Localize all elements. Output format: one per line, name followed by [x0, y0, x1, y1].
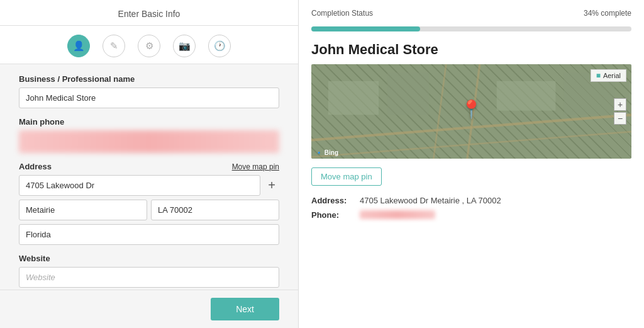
main-phone-label: Main phone: [19, 117, 279, 127]
completion-row: Completion Status 34% complete: [311, 9, 631, 18]
svg-rect-6: [497, 81, 556, 111]
step-2-glyph: ✎: [110, 40, 118, 52]
step-icons-row: 👤 ✎ ⚙ 📷 🕐: [0, 26, 298, 64]
step-1-icon[interactable]: 👤: [67, 35, 90, 57]
map-zoom-controls: + −: [614, 98, 626, 125]
business-name-preview: John Medical Store: [311, 42, 631, 58]
state-zip-input[interactable]: [151, 200, 279, 220]
map-pin-icon: 📍: [460, 99, 482, 120]
bing-logo: 🔹 Bing: [315, 149, 338, 156]
step-5-icon[interactable]: 🕐: [208, 35, 231, 57]
progress-bar-fill: [311, 26, 420, 31]
business-name-section: Business / Professional name: [19, 74, 279, 108]
info-table: Address: 4705 Lakewood Dr Metairie , LA …: [311, 196, 631, 225]
left-panel: Enter Basic Info 👤 ✎ ⚙ 📷 🕐 Business / Pr…: [0, 0, 299, 328]
step-4-icon[interactable]: 📷: [173, 35, 196, 57]
website-label: Website: [19, 254, 279, 263]
address-key: Address:: [311, 196, 352, 205]
right-panel: Completion Status 34% complete John Medi…: [299, 0, 644, 328]
zoom-out-button[interactable]: −: [614, 112, 626, 125]
address-section: Address Move map pin +: [19, 162, 279, 245]
progress-bar-background: [311, 26, 631, 31]
phone-blurred: [19, 130, 279, 153]
svg-rect-5: [387, 72, 430, 115]
svg-line-2: [430, 64, 447, 159]
aerial-text: Aerial: [603, 72, 621, 79]
website-input[interactable]: [19, 267, 279, 288]
map-aerial-label: ■ Aerial: [591, 69, 626, 82]
address-header-row: Address Move map pin: [19, 162, 279, 171]
address-label: Address: [19, 162, 52, 171]
move-map-pin-button[interactable]: Move map pin: [311, 167, 382, 186]
address-line1-row: +: [19, 175, 279, 196]
phone-key: Phone:: [311, 210, 352, 220]
form-area: Business / Professional name Main phone …: [0, 64, 298, 290]
business-name-label: Business / Professional name: [19, 74, 279, 84]
step-3-icon[interactable]: ⚙: [138, 35, 160, 57]
completion-label: Completion Status: [311, 9, 373, 18]
address-info-row: Address: 4705 Lakewood Dr Metairie , LA …: [311, 196, 631, 205]
step-5-glyph: 🕐: [214, 40, 226, 52]
main-phone-section: Main phone: [19, 117, 279, 153]
form-header: Enter Basic Info: [0, 0, 298, 26]
zoom-in-button[interactable]: +: [614, 98, 626, 111]
add-address-line-button[interactable]: +: [264, 178, 279, 193]
svg-rect-4: [328, 81, 379, 115]
phone-info-row: Phone:: [311, 210, 631, 220]
address-line1-input[interactable]: [19, 175, 260, 196]
bottom-bar: Next: [0, 290, 298, 328]
phone-blurred-preview: [360, 210, 435, 219]
city-state-row: [19, 200, 279, 220]
move-map-pin-link[interactable]: Move map pin: [232, 162, 279, 171]
website-section: Website: [19, 254, 279, 288]
business-name-input[interactable]: [19, 88, 279, 108]
map-container: ■ Aerial 📍 + − 🔹 Bing: [311, 64, 631, 159]
step-1-glyph: 👤: [73, 40, 85, 52]
completion-percent: 34% complete: [584, 9, 631, 18]
step-4-glyph: 📷: [179, 40, 191, 52]
step-2-icon[interactable]: ✎: [103, 35, 125, 57]
form-title: Enter Basic Info: [118, 9, 180, 19]
step-3-glyph: ⚙: [145, 40, 153, 52]
city-input[interactable]: [19, 200, 147, 220]
address-value: 4705 Lakewood Dr Metairie , LA 70002: [360, 196, 501, 205]
country-input[interactable]: [19, 224, 279, 245]
next-button[interactable]: Next: [211, 298, 279, 320]
